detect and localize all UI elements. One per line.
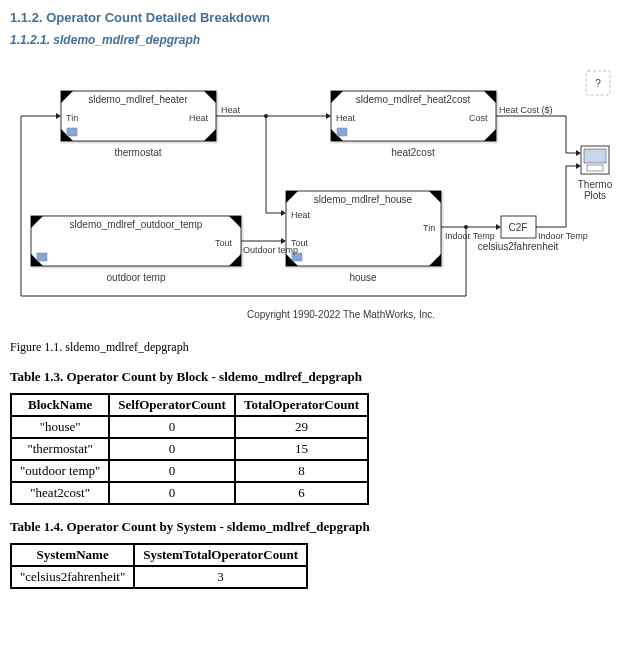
svg-marker-43	[56, 113, 61, 119]
table1-title: Table 1.3. Operator Count by Block - sld…	[10, 369, 622, 385]
table1-h1: SelfOperatorCount	[109, 394, 235, 416]
svg-text:Heat: Heat	[189, 113, 209, 123]
signal-heat: Heat	[221, 105, 241, 115]
section-heading: 1.1.2. Operator Count Detailed Breakdown	[10, 10, 622, 25]
table2-h0: SystemName	[11, 544, 134, 566]
block-heat2cost[interactable]: sldemo_mdlref_heat2cost Heat Cost	[331, 91, 496, 141]
table2-title: Table 1.4. Operator Count by System - sl…	[10, 519, 622, 535]
table-row: "celsius2fahrenheit"3	[11, 566, 307, 588]
svg-point-42	[464, 225, 468, 229]
block-heater-label: thermostat	[114, 147, 161, 158]
subsection-heading: 1.1.2.1. sldemo_mdlref_depgraph	[10, 33, 622, 47]
table-row: "heat2cost"06	[11, 482, 368, 504]
signal-indoor-temp-2: Indoor Temp	[538, 231, 588, 241]
model-ref-icon	[67, 128, 77, 136]
block-outdoor-label: outdoor temp	[107, 272, 166, 283]
svg-marker-37	[326, 113, 331, 119]
block-scope[interactable]	[581, 146, 609, 174]
signal-heat-cost: Heat Cost ($)	[499, 105, 553, 115]
table1-h0: BlockName	[11, 394, 109, 416]
table1-h2: TotalOperatorCount	[235, 394, 368, 416]
svg-rect-35	[584, 149, 606, 163]
svg-text:sldemo_mdlref_heater: sldemo_mdlref_heater	[88, 94, 188, 105]
table-row: "house"029	[11, 416, 368, 438]
svg-text:Heat: Heat	[291, 210, 311, 220]
svg-text:Tout: Tout	[215, 238, 233, 248]
block-heat2cost-label: heat2cost	[391, 147, 435, 158]
block-c2f[interactable]: C2F	[501, 216, 536, 238]
simulink-diagram: ? sldemo_mdlref_heater Tin Heat thermost…	[10, 65, 620, 322]
block-house-label: house	[349, 272, 377, 283]
svg-marker-39	[281, 210, 286, 216]
model-ref-icon	[337, 128, 347, 136]
signal-indoor-temp: Indoor Temp	[445, 231, 495, 241]
block-outdoor-temp[interactable]: sldemo_mdlref_outdoor_temp Tout	[31, 216, 241, 266]
block-scope-label-2: Plots	[584, 190, 606, 201]
svg-text:Tin: Tin	[66, 113, 78, 123]
block-scope-label-1: Thermo	[578, 179, 613, 190]
svg-marker-41	[496, 224, 501, 230]
block-house[interactable]: sldemo_mdlref_house Heat Tout Tin	[286, 191, 441, 266]
svg-marker-40	[281, 238, 286, 244]
svg-text:Tin: Tin	[423, 223, 435, 233]
block-heater[interactable]: sldemo_mdlref_heater Tin Heat	[61, 91, 216, 141]
svg-point-38	[264, 114, 268, 118]
figure-caption: Figure 1.1. sldemo_mdlref_depgraph	[10, 340, 622, 355]
svg-text:C2F: C2F	[509, 222, 528, 233]
table2-h1: SystemTotalOperatorCount	[134, 544, 307, 566]
svg-text:sldemo_mdlref_heat2cost: sldemo_mdlref_heat2cost	[356, 94, 471, 105]
model-ref-icon	[37, 253, 47, 261]
svg-marker-45	[576, 163, 581, 169]
block-c2f-label: celsius2fahrenheit	[478, 241, 559, 252]
copyright: Copyright 1990-2022 The MathWorks, Inc.	[247, 309, 435, 320]
table-operator-by-system: SystemName SystemTotalOperatorCount "cel…	[10, 543, 308, 589]
signal-outdoor-temp: Outdoor temp	[243, 245, 298, 255]
svg-marker-44	[576, 150, 581, 156]
table-row: "outdoor temp"08	[11, 460, 368, 482]
svg-text:sldemo_mdlref_house: sldemo_mdlref_house	[314, 194, 413, 205]
svg-text:Cost: Cost	[469, 113, 488, 123]
svg-rect-36	[587, 165, 603, 171]
svg-text:Heat: Heat	[336, 113, 356, 123]
table-row: "thermostat"015	[11, 438, 368, 460]
help-label: ?	[595, 78, 601, 89]
svg-text:sldemo_mdlref_outdoor_temp: sldemo_mdlref_outdoor_temp	[70, 219, 203, 230]
table-operator-by-block: BlockName SelfOperatorCount TotalOperato…	[10, 393, 369, 505]
